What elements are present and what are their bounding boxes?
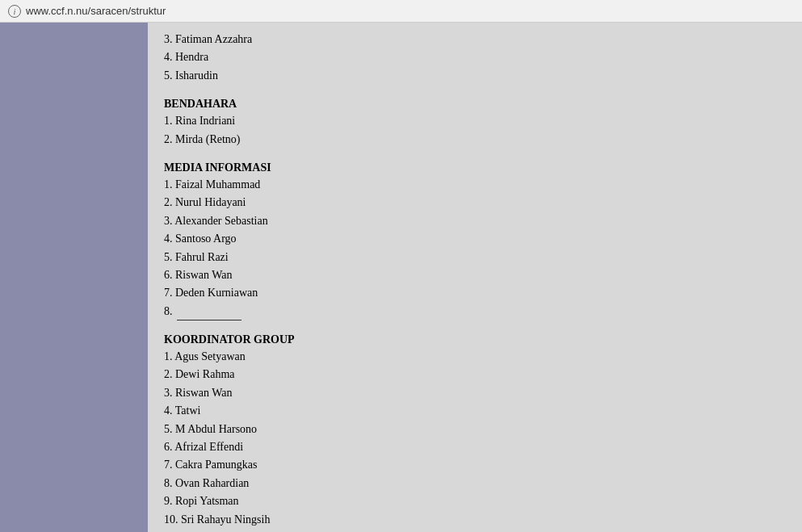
- bendahara-title: BENDAHARA: [164, 98, 786, 111]
- list-item: 4. Santoso Argo: [164, 230, 786, 248]
- list-item: 5. Isharudin: [164, 67, 786, 85]
- media-informasi-section: MEDIA INFORMASI 1. Faizal Muhammad 2. Nu…: [164, 161, 786, 320]
- list-item: 2. Mirda (Retno): [164, 131, 786, 149]
- bendahara-section: BENDAHARA 1. Rina Indriani 2. Mirda (Ret…: [164, 98, 786, 149]
- list-item: 5. Fahrul Razi: [164, 249, 786, 266]
- list-item: 1. Faizal Muhammad: [164, 176, 786, 194]
- list-item: 3. Alexander Sebastian: [164, 212, 786, 230]
- browser-bar: i www.ccf.n.nu/saracen/struktur: [0, 0, 802, 23]
- koordinator-group-section: KOORDINATOR GROUP 1. Agus Setyawan 2. De…: [164, 333, 786, 532]
- list-item: 10. Sri Rahayu Ningsih: [164, 511, 786, 529]
- list-item: 7. Deden Kurniawan: [164, 284, 786, 302]
- list-item: 4. Tatwi: [164, 402, 786, 420]
- list-item: 1. Agus Setyawan: [164, 348, 786, 366]
- list-item: 3. Fatiman Azzahra: [164, 31, 786, 48]
- list-item: 2. Nurul Hidayani: [164, 194, 786, 212]
- list-item: 6. Afrizal Effendi: [164, 438, 786, 456]
- list-item: 1. Rina Indriani: [164, 112, 786, 130]
- list-item: 2. Dewi Rahma: [164, 366, 786, 383]
- list-item: 5. M Abdul Harsono: [164, 421, 786, 438]
- list-item: 3. Riswan Wan: [164, 384, 786, 402]
- list-item: 8. Ovan Rahardian: [164, 475, 786, 492]
- list-item: 4. Hendra: [164, 48, 786, 66]
- sidebar: [0, 23, 148, 532]
- list-item: 8.: [164, 303, 786, 320]
- list-item: 9. Ropi Yatsman: [164, 492, 786, 510]
- url-display: www.ccf.n.nu/saracen/struktur: [26, 5, 166, 17]
- list-item: 6. Riswan Wan: [164, 266, 786, 284]
- content-area: 3. Fatiman Azzahra 4. Hendra 5. Isharudi…: [148, 23, 802, 532]
- list-item: 7. Cakra Pamungkas: [164, 456, 786, 474]
- pre-list-section: 3. Fatiman Azzahra 4. Hendra 5. Isharudi…: [164, 31, 786, 85]
- list-item: 11. Aswin: [164, 529, 786, 532]
- koordinator-group-title: KOORDINATOR GROUP: [164, 333, 786, 346]
- info-icon: i: [8, 5, 21, 18]
- media-informasi-title: MEDIA INFORMASI: [164, 161, 786, 174]
